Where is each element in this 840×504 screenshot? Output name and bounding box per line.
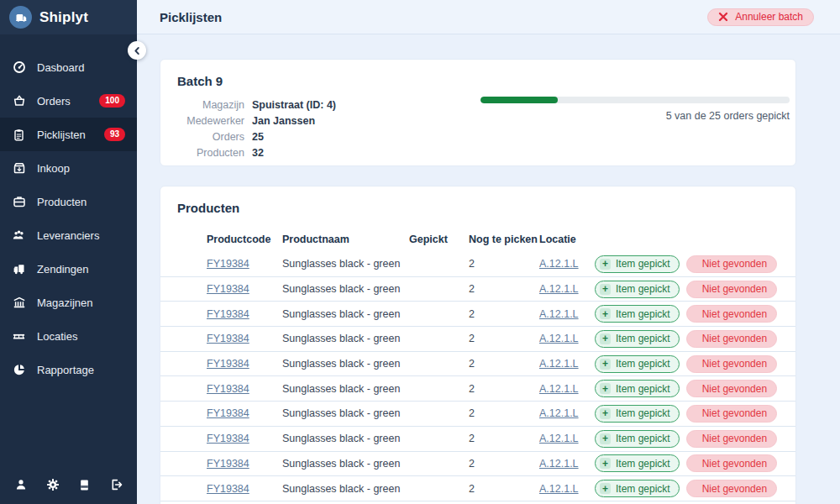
sidebar-item-orders[interactable]: Orders 100	[0, 84, 137, 118]
item-gepickt-button[interactable]: + Item gepickt	[595, 454, 680, 472]
niet-gevonden-button[interactable]: Niet gevonden	[686, 355, 777, 373]
sidebar-item-label: Locaties	[37, 330, 77, 343]
sidebar-item-locaties[interactable]: Locaties	[0, 319, 137, 353]
niet-gevonden-button[interactable]: Niet gevonden	[686, 430, 777, 448]
item-gepickt-button[interactable]: + Item gepickt	[595, 255, 680, 273]
gear-icon[interactable]	[44, 475, 62, 494]
niet-gevonden-button[interactable]: Niet gevonden	[686, 380, 777, 397]
batch-card: Batch 9 Magazijn Spuistraat (ID: 4) Mede…	[160, 59, 796, 166]
item-gepickt-button[interactable]: + Item gepickt	[595, 281, 680, 298]
sidebar-item-magazijnen[interactable]: Magazijnen	[0, 286, 137, 319]
batch-field-label: Orders	[177, 131, 244, 143]
productcode-link[interactable]: FY19384	[207, 383, 249, 395]
sidebar-item-rapportage[interactable]: Rapportage	[0, 353, 137, 386]
count-badge: 100	[99, 94, 125, 108]
productcode-link[interactable]: FY19384	[207, 333, 249, 344]
batch-field-label: Producten	[177, 147, 244, 159]
productcode-link[interactable]: FY19384	[207, 433, 249, 444]
sidebar-item-label: Leveranciers	[37, 229, 99, 242]
locatie-link[interactable]: A.12.1.L	[539, 358, 579, 370]
pie-chart-icon	[12, 363, 26, 376]
item-gepickt-button[interactable]: + Item gepickt	[595, 330, 680, 348]
productnaam-cell: Sunglasses black - green	[282, 433, 409, 444]
basket-icon	[12, 94, 26, 108]
sidebar-item-inkoop[interactable]: Inkoop	[0, 151, 137, 185]
item-gepickt-button[interactable]: + Item gepickt	[595, 405, 680, 423]
people-icon	[12, 228, 26, 242]
plus-icon: +	[600, 284, 611, 295]
locatie-link[interactable]: A.12.1.L	[539, 483, 579, 495]
locatie-link[interactable]: A.12.1.L	[539, 258, 579, 270]
warehouse-icon	[12, 296, 26, 309]
locatie-link[interactable]: A.12.1.L	[539, 433, 579, 444]
sidebar-item-label: Rapportage	[37, 364, 94, 376]
sidebar-item-leveranciers[interactable]: Leveranciers	[0, 218, 137, 252]
locatie-link[interactable]: A.12.1.L	[539, 333, 579, 344]
products-card: Producten Productcode Productnaam Gepick…	[160, 186, 796, 504]
batch-title: Batch 9	[177, 74, 779, 88]
sidebar-item-dasboard[interactable]: Dasboard	[0, 50, 137, 84]
locatie-link[interactable]: A.12.1.L	[539, 458, 579, 470]
niet-gevonden-button[interactable]: Niet gevonden	[686, 255, 777, 273]
table-row: FY19384 Sunglasses black - green 2 A.12.…	[160, 277, 795, 302]
column-header-nog-te-picken: Nog te picken	[469, 234, 539, 245]
locatie-link[interactable]: A.12.1.L	[539, 383, 579, 395]
niet-gevonden-button[interactable]: Niet gevonden	[686, 330, 777, 348]
plus-icon: +	[600, 483, 611, 494]
niet-gevonden-button[interactable]: Niet gevonden	[686, 305, 777, 323]
sidebar-collapse-button[interactable]	[128, 41, 146, 60]
productcode-link[interactable]: FY19384	[207, 258, 249, 270]
column-header-productnaam: Productnaam	[282, 234, 409, 245]
locatie-link[interactable]: A.12.1.L	[539, 308, 579, 320]
productcode-link[interactable]: FY19384	[207, 283, 249, 295]
productnaam-cell: Sunglasses black - green	[282, 358, 409, 370]
productcode-link[interactable]: FY19384	[207, 358, 249, 370]
batch-field-row: Orders 25	[177, 131, 779, 143]
item-gepickt-button[interactable]: + Item gepickt	[595, 430, 680, 448]
nog-te-picken-cell: 2	[469, 433, 539, 444]
productnaam-cell: Sunglasses black - green	[282, 308, 409, 320]
logo-truck-icon	[9, 6, 32, 29]
book-icon[interactable]	[75, 475, 93, 494]
plus-icon: +	[600, 359, 611, 370]
batch-progress-label: 5 van de 25 orders gepickt	[480, 110, 790, 122]
nog-te-picken-cell: 2	[469, 308, 539, 320]
cancel-batch-button[interactable]: Annuleer batch	[707, 8, 814, 26]
locatie-link[interactable]: A.12.1.L	[539, 407, 579, 419]
column-header-locatie: Locatie	[539, 234, 595, 245]
user-icon[interactable]	[12, 475, 30, 494]
sidebar-item-producten[interactable]: Producten	[0, 185, 137, 218]
app-logo[interactable]: Shiplyt	[0, 0, 137, 34]
sidebar-item-picklijsten[interactable]: Picklijsten 93	[0, 118, 137, 151]
page-header: Picklijsten Annuleer batch	[137, 0, 840, 34]
table-row: FY19384 Sunglasses black - green 2 A.12.…	[160, 252, 795, 277]
nog-te-picken-cell: 2	[469, 458, 539, 470]
productcode-link[interactable]: FY19384	[207, 407, 249, 419]
niet-gevonden-button[interactable]: Niet gevonden	[686, 480, 777, 497]
item-gepickt-button[interactable]: + Item gepickt	[595, 355, 680, 373]
niet-gevonden-button[interactable]: Niet gevonden	[686, 454, 777, 472]
column-header-productcode: Productcode	[207, 234, 282, 245]
sidebar-item-zendingen[interactable]: Zendingen	[0, 252, 137, 286]
item-gepickt-button[interactable]: + Item gepickt	[595, 480, 680, 497]
item-gepickt-button[interactable]: + Item gepickt	[595, 380, 680, 397]
item-gepickt-button[interactable]: + Item gepickt	[595, 305, 680, 323]
batch-fields: Magazijn Spuistraat (ID: 4) Medewerker J…	[177, 99, 779, 159]
table-row: FY19384 Sunglasses black - green 2 A.12.…	[160, 427, 795, 452]
nog-te-picken-cell: 2	[469, 407, 539, 419]
locatie-link[interactable]: A.12.1.L	[539, 283, 579, 295]
content: Batch 9 Magazijn Spuistraat (ID: 4) Mede…	[137, 34, 840, 504]
niet-gevonden-button[interactable]: Niet gevonden	[686, 405, 777, 423]
nog-te-picken-cell: 2	[469, 483, 539, 495]
productcode-link[interactable]: FY19384	[207, 483, 249, 495]
niet-gevonden-button[interactable]: Niet gevonden	[686, 281, 777, 298]
table-row: FY19384 Sunglasses black - green 2 A.12.…	[160, 402, 795, 427]
table-header-row: Productcode Productnaam Gepickt Nog te p…	[160, 227, 795, 252]
table-row: FY19384 Sunglasses black - green 2 A.12.…	[160, 452, 795, 477]
nog-te-picken-cell: 2	[469, 358, 539, 370]
batch-field-row: Producten 32	[177, 147, 779, 159]
productcode-link[interactable]: FY19384	[207, 308, 249, 320]
logout-icon[interactable]	[107, 475, 125, 494]
sidebar: Shiplyt Dasboard Orders 100 Picklijsten …	[0, 0, 137, 504]
productcode-link[interactable]: FY19384	[207, 458, 249, 470]
